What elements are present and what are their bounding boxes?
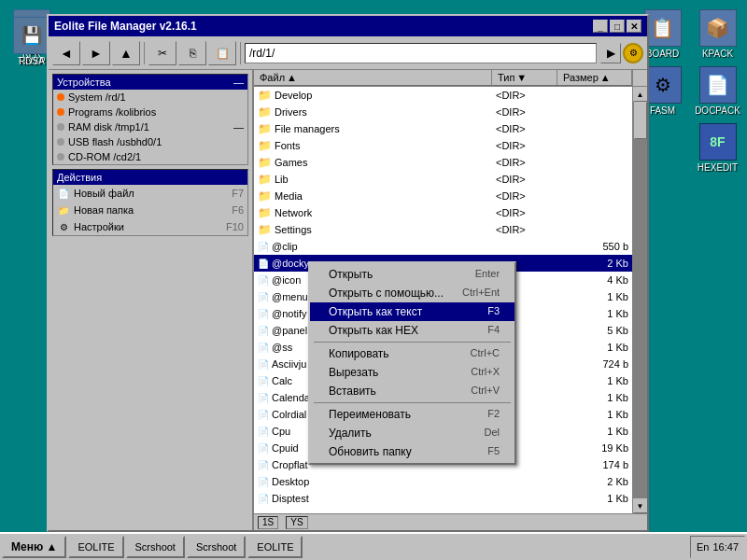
file-row-4[interactable]: 📁Games<DIR> [254, 154, 632, 171]
device-ramdisk[interactable]: RAM disk /tmp1/1 — [53, 119, 247, 134]
file-row-24[interactable]: 📄Disptest1 Kb [254, 490, 632, 507]
file-type-text: <DIR> [492, 123, 557, 134]
file-size-text: 1 Kb [557, 375, 632, 386]
right-desktop-icons: 📋 BOARD 📦 KPACK ⚙ FASM 📄 DOCPACK 8F HEXE… [637, 9, 743, 173]
taskbar: Меню ▲ EOLITE Scrshoot Scrshoot EOLITE E… [0, 532, 747, 560]
close-button[interactable]: ✕ [627, 20, 641, 33]
action-new-folder[interactable]: 📁 Новая папка F6 [53, 202, 247, 218]
ctx-open[interactable]: Открыть Enter [310, 265, 514, 284]
file-type-text: <DIR> [492, 157, 557, 168]
file-name-text: @menu [272, 291, 308, 302]
file-row-9[interactable]: 📄@clip550 b [254, 238, 632, 255]
file-name-text: Develop [275, 90, 312, 101]
file-icon: 📄 [258, 242, 269, 252]
vertical-scrollbar[interactable]: ▲ ▼ [632, 87, 647, 513]
ctx-open-with[interactable]: Открыть с помощью... Ctrl+Ent [310, 284, 514, 302]
cut-button[interactable]: ✂ [148, 41, 176, 65]
file-size-text: 1 Kb [557, 392, 632, 403]
file-row-7[interactable]: 📁Network<DIR> [254, 204, 632, 221]
file-row-5[interactable]: 📁Lib<DIR> [254, 171, 632, 188]
col-header-size[interactable]: Размер ▲ [557, 70, 632, 86]
ctx-cut[interactable]: Вырезать Ctrl+X [310, 363, 514, 382]
toolbar-separator-1 [144, 42, 145, 64]
file-size-text: 4 Kb [557, 274, 632, 286]
titlebar-buttons: _ □ ✕ [593, 20, 641, 33]
file-icon: 📁 [258, 206, 272, 219]
file-icon: 📄 [258, 427, 269, 437]
file-name-text: Network [275, 207, 312, 218]
action-new-file[interactable]: 📄 Новый файл F7 [53, 185, 247, 202]
scroll-down-button[interactable]: ▼ [633, 498, 648, 513]
desktop-icon-kpack[interactable]: 📦 KPACK [692, 9, 743, 59]
toolbar-extra[interactable]: ⚙ [623, 43, 643, 63]
scroll-thumb[interactable] [634, 102, 647, 139]
file-name-text: Calendar [272, 392, 314, 403]
device-programs[interactable]: Programs /kolibrios [53, 105, 247, 119]
device-cdrom[interactable]: CD-ROM /cd2/1 [53, 149, 247, 164]
up-button[interactable]: ▲ [112, 41, 140, 65]
file-row-3[interactable]: 📁Fonts<DIR> [254, 137, 632, 154]
ctx-open-text[interactable]: Открыть как текст F3 [310, 302, 514, 321]
ctx-copy[interactable]: Копировать Ctrl+C [310, 344, 514, 363]
file-name-text: @icon [272, 274, 301, 286]
file-row-23[interactable]: 📄Desktop2 Kb [254, 473, 632, 490]
toolbar: ◄ ► ▲ ✂ ⎘ 📋 /rd/1/ ▶ ⚙ [49, 36, 647, 70]
taskbar-btn-scrshoot-1[interactable]: Scrshoot [126, 536, 185, 558]
actions-header: Действия [53, 170, 247, 185]
file-row-1[interactable]: 📁Drivers<DIR> [254, 104, 632, 120]
file-icon: 📄 [258, 275, 269, 286]
paste-button[interactable]: 📋 [208, 41, 236, 65]
desktop-icon-docpack[interactable]: 📄 DOCPACK [692, 66, 743, 116]
ctx-delete[interactable]: Удалить Del [310, 424, 514, 442]
taskbar-btn-scrshoot-2[interactable]: Scrshoot [187, 536, 246, 558]
maximize-button[interactable]: □ [610, 20, 625, 33]
device-dot-programs [57, 108, 64, 116]
file-icon: 📄 [258, 494, 269, 504]
taskbar-btn-eolite-2[interactable]: EOLITE [247, 536, 303, 558]
file-row-0[interactable]: 📁Develop<DIR> [254, 87, 632, 104]
copy-button[interactable]: ⎘ [178, 41, 206, 65]
file-size-text: 1 Kb [557, 342, 632, 353]
file-icon: 📄 [258, 343, 269, 353]
col-header-type[interactable]: Тип ▼ [492, 70, 557, 86]
new-folder-icon: 📁 [57, 203, 70, 217]
file-size-text: 1 Kb [557, 308, 632, 319]
ctx-refresh[interactable]: Обновить папку F5 [310, 442, 514, 461]
ctx-paste[interactable]: Вставить Ctrl+V [310, 382, 514, 400]
ctx-rename[interactable]: Переименовать F2 [310, 405, 514, 424]
address-bar[interactable]: /rd/1/ [245, 43, 597, 63]
go-button[interactable]: ▶ [600, 43, 621, 63]
scroll-up-button[interactable]: ▲ [633, 87, 648, 102]
taskbar-btn-eolite-1[interactable]: EOLITE [68, 536, 123, 558]
titlebar: Eolite File Manager v2.16.1 _ □ ✕ [49, 16, 647, 36]
start-button[interactable]: Меню ▲ [2, 536, 66, 558]
desktop-icon-hexedit[interactable]: 8F HEXEDIT [692, 123, 743, 173]
toolbar-separator-2 [240, 42, 241, 64]
file-icon: 📄 [258, 477, 269, 487]
sidebar: Устройства — System /rd/1 Programs /koli… [49, 70, 254, 530]
file-row-6[interactable]: 📁Media<DIR> [254, 188, 632, 204]
file-name-text: @clip [272, 241, 298, 252]
new-file-icon: 📄 [57, 187, 70, 200]
language-indicator[interactable]: En [697, 541, 709, 553]
file-icon: 📁 [258, 139, 272, 152]
device-usb[interactable]: USB flash /usbhd0/1 [53, 134, 247, 149]
forward-button[interactable]: ► [82, 41, 110, 65]
device-system[interactable]: System /rd/1 [53, 90, 247, 105]
back-button[interactable]: ◄ [52, 41, 80, 65]
file-name-text: Cropflat [272, 459, 308, 470]
file-row-2[interactable]: 📁File managers<DIR> [254, 120, 632, 137]
action-settings[interactable]: ⚙ Настройки F10 [53, 218, 247, 235]
file-name-text: @panel [272, 325, 307, 336]
settings-icon: ⚙ [57, 220, 70, 233]
minimize-button[interactable]: _ [593, 20, 608, 33]
file-size-text: 1 Kb [557, 291, 632, 302]
col-header-name[interactable]: Файл ▲ [254, 70, 492, 86]
file-row-8[interactable]: 📁Settings<DIR> [254, 221, 632, 238]
file-icon: 📄 [258, 309, 269, 319]
devices-section: Устройства — System /rd/1 Programs /koli… [52, 74, 248, 165]
file-type-text: <DIR> [492, 174, 557, 185]
file-size-text: 19 Kb [557, 442, 632, 454]
scroll-track[interactable] [633, 102, 647, 498]
ctx-open-hex[interactable]: Открыть как HEX F4 [310, 321, 514, 340]
